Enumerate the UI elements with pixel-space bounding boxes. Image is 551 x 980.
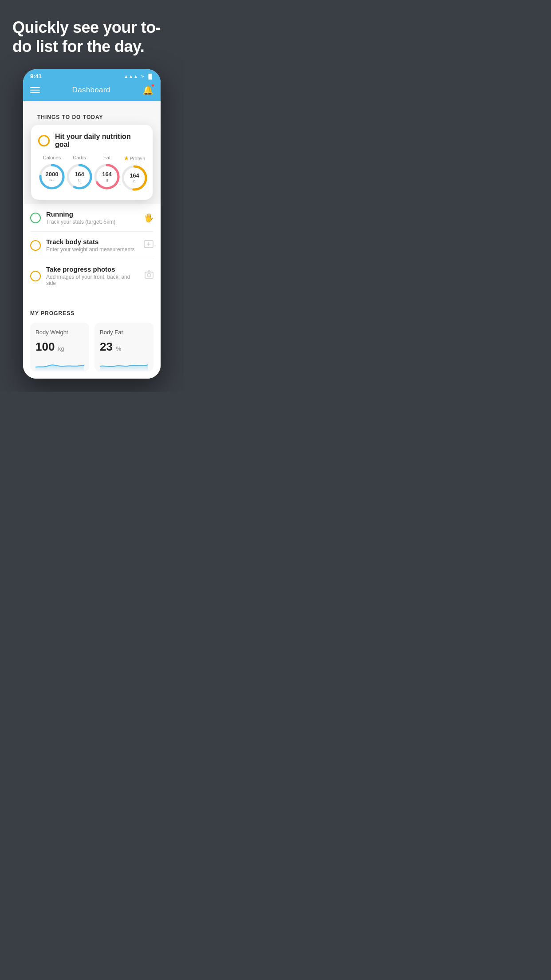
navbar-title: Dashboard	[72, 86, 110, 95]
todo-sub-running: Track your stats (target: 5km)	[46, 219, 138, 225]
nutrition-row: Calories 2000 cal	[38, 155, 146, 192]
body-fat-unit: %	[116, 345, 121, 352]
progress-card-weight: Body Weight 100 kg	[30, 323, 89, 371]
nutrition-card-title: Hit your daily nutrition goal	[55, 133, 146, 149]
todo-list: Running Track your stats (target: 5km) 🖐…	[23, 204, 161, 292]
todo-sub-bodystats: Enter your weight and measurements	[46, 246, 138, 253]
nutrition-card-header: Hit your daily nutrition goal	[38, 133, 146, 149]
todo-text-bodystats: Track body stats Enter your weight and m…	[46, 238, 138, 253]
todo-title-bodystats: Track body stats	[46, 238, 138, 245]
things-section: THINGS TO DO TODAY	[23, 101, 161, 128]
signal-icon: ▲▲▲	[124, 74, 138, 79]
navbar: Dashboard 🔔	[23, 81, 161, 101]
body-fat-value: 23	[100, 340, 113, 353]
todo-item-bodystats[interactable]: Track body stats Enter your weight and m…	[30, 232, 153, 259]
hero-section: Quickly see your to-do list for the day.	[0, 0, 184, 65]
scale-icon	[144, 240, 153, 250]
calories-circle: 2000 cal	[38, 163, 66, 190]
status-bar: 9:41 ▲▲▲ ∿ ▐▌	[23, 69, 161, 81]
carbs-label: Carbs	[73, 155, 86, 160]
protein-label: Protein	[130, 156, 146, 161]
nutrition-radio[interactable]	[38, 135, 50, 146]
photo-icon	[145, 270, 153, 281]
todo-item-photos[interactable]: Take progress photos Add images of your …	[30, 259, 153, 292]
todo-title-running: Running	[46, 210, 138, 218]
progress-cards: Body Weight 100 kg	[30, 323, 153, 371]
notification-button[interactable]: 🔔	[142, 85, 153, 95]
nutrition-card: Hit your daily nutrition goal Calories	[31, 125, 153, 200]
body-weight-sparkline	[35, 357, 84, 371]
todo-radio-running	[30, 213, 41, 223]
svg-rect-11	[145, 272, 153, 278]
fat-circle: 164 g	[93, 163, 121, 190]
fat-label: Fat	[103, 155, 110, 160]
todo-text-photos: Take progress photos Add images of your …	[46, 265, 139, 286]
calories-label: Calories	[43, 155, 61, 160]
body-fat-title: Body Fat	[100, 329, 148, 336]
phone-wrapper: 9:41 ▲▲▲ ∿ ▐▌ Dashboard 🔔 TH	[0, 69, 184, 392]
todo-radio-bodystats	[30, 240, 41, 251]
body-weight-value-row: 100 kg	[35, 340, 84, 354]
todo-radio-photos	[30, 271, 41, 281]
nutrition-fat: Fat 164 g	[93, 155, 121, 190]
body-weight-value: 100	[35, 340, 55, 353]
todo-text-running: Running Track your stats (target: 5km)	[46, 210, 138, 225]
phone-mockup: 9:41 ▲▲▲ ∿ ▐▌ Dashboard 🔔 TH	[23, 69, 161, 379]
carbs-circle: 164 g	[66, 163, 93, 190]
progress-section: MY PROGRESS Body Weight 100 kg	[23, 301, 161, 379]
status-time: 9:41	[30, 73, 42, 79]
body-weight-unit: kg	[58, 345, 64, 352]
nutrition-carbs: Carbs 164 g	[66, 155, 93, 190]
body-fat-value-row: 23 %	[100, 340, 148, 354]
battery-icon: ▐▌	[146, 74, 153, 79]
menu-button[interactable]	[30, 87, 40, 93]
shoe-icon: 🖐	[144, 213, 153, 223]
nutrition-calories: Calories 2000 cal	[38, 155, 66, 190]
progress-header: MY PROGRESS	[30, 310, 153, 316]
todo-title-photos: Take progress photos	[46, 265, 139, 273]
calories-value: 2000	[46, 171, 59, 178]
status-icons: ▲▲▲ ∿ ▐▌	[124, 73, 153, 79]
body-weight-title: Body Weight	[35, 329, 84, 336]
protein-label-row: ★ Protein	[124, 155, 146, 162]
body-fat-sparkline	[100, 357, 148, 371]
svg-point-12	[147, 273, 151, 277]
protein-circle: 164 g	[121, 164, 148, 192]
hero-title: Quickly see your to-do list for the day.	[12, 18, 171, 56]
things-header: THINGS TO DO TODAY	[30, 107, 153, 125]
protein-value: 164	[130, 173, 139, 179]
progress-card-fat: Body Fat 23 %	[94, 323, 153, 371]
content-area: THINGS TO DO TODAY Hit your daily nutrit…	[23, 101, 161, 379]
notification-dot	[151, 84, 154, 87]
carbs-value: 164	[75, 171, 84, 178]
star-icon: ★	[124, 155, 129, 162]
todo-item-running[interactable]: Running Track your stats (target: 5km) 🖐	[30, 204, 153, 232]
wifi-icon: ∿	[140, 73, 144, 79]
nutrition-protein: ★ Protein 164 g	[121, 155, 148, 192]
todo-sub-photos: Add images of your front, back, and side	[46, 274, 139, 286]
fat-value: 164	[102, 171, 112, 178]
